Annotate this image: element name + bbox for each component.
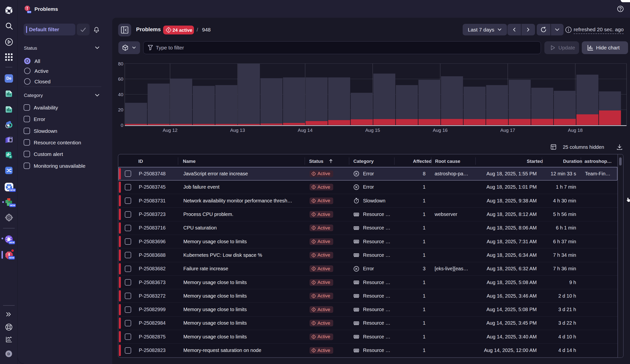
svg-text:Aug 12: Aug 12 [163,128,178,133]
svg-text:40: 40 [118,92,123,97]
svg-text:60: 60 [118,76,123,82]
svg-text:Aug 16: Aug 16 [433,128,448,133]
svg-text:Aug 15: Aug 15 [365,128,380,133]
svg-text:0: 0 [120,123,123,128]
svg-text:Aug 13: Aug 13 [230,128,245,133]
svg-text:20: 20 [118,107,123,112]
svg-text:Aug 17: Aug 17 [500,128,515,133]
svg-text:Aug 18: Aug 18 [568,128,582,133]
svg-text:80: 80 [118,61,123,66]
svg-text:Aug 14: Aug 14 [298,128,313,133]
